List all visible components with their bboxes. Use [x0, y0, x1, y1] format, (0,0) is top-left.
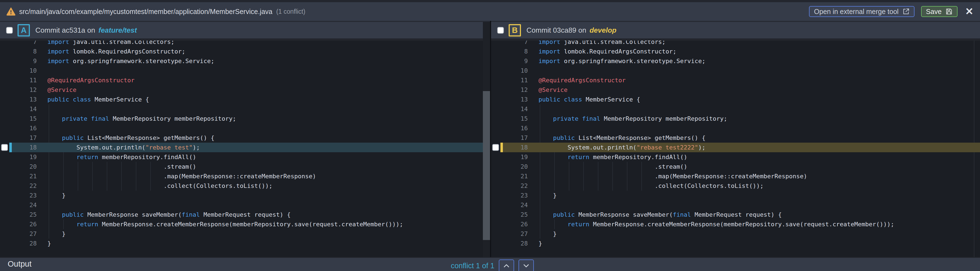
- diff-editors: 7import java.util.stream.Collectors;8imp…: [0, 41, 980, 257]
- code-text: .map(MemberResponse::createMemberRespons…: [528, 171, 807, 181]
- code-text: import lombok.RequiredArgsConstructor;: [37, 47, 185, 56]
- code-line: 16: [491, 123, 980, 133]
- open-external-merge-tool-label: Open in external merge tool: [814, 8, 899, 16]
- line-number: 19: [9, 152, 37, 162]
- pane-a-editor[interactable]: 7import java.util.stream.Collectors;8imp…: [0, 41, 483, 257]
- code-text: public MemberResponse saveMember(final M…: [37, 210, 291, 220]
- line-number: 27: [500, 229, 528, 239]
- line-number: 23: [9, 191, 37, 200]
- code-line: 18 System.out.println("rebase test");: [0, 143, 483, 152]
- line-checkbox-gutter: [491, 171, 500, 181]
- line-checkbox-gutter: [0, 85, 9, 95]
- line-checkbox-gutter: [491, 239, 500, 248]
- line-number: 15: [9, 114, 37, 123]
- pane-a-badge: A: [18, 24, 30, 37]
- pane-b-editor[interactable]: 7import java.util.stream.Collectors;8imp…: [491, 41, 980, 257]
- line-checkbox-gutter: [491, 56, 500, 66]
- line-checkbox-gutter: [0, 41, 9, 47]
- line-number: 11: [500, 75, 528, 85]
- code-line: 22 .collect(Collectors.toList());: [0, 181, 483, 191]
- line-checkbox-gutter: [0, 114, 9, 123]
- line-checkbox-gutter: [491, 133, 500, 143]
- pane-headers: A Commit ac531a on feature/test B Commit…: [0, 21, 980, 41]
- code-text: .stream(): [37, 162, 196, 171]
- line-number: 21: [9, 171, 37, 181]
- line-checkbox-gutter: [0, 75, 9, 85]
- line-checkbox-gutter: [0, 123, 9, 133]
- open-external-merge-tool-button[interactable]: Open in external merge tool: [809, 6, 915, 17]
- code-line: 16: [0, 123, 483, 133]
- code-text: }: [37, 239, 51, 248]
- indent-guide: [49, 104, 49, 114]
- code-text: .collect(Collectors.toList());: [37, 181, 272, 191]
- code-line: 20 .stream(): [491, 162, 980, 171]
- code-line: 10: [0, 66, 483, 75]
- line-checkbox-gutter: [0, 66, 9, 75]
- code-text: }: [37, 229, 65, 239]
- line-number: 7: [500, 41, 528, 47]
- line-number: 16: [9, 123, 37, 133]
- next-conflict-button[interactable]: [519, 260, 534, 271]
- code-text: public MemberResponse saveMember(final M…: [528, 210, 781, 220]
- line-number: 25: [9, 210, 37, 220]
- line-checkbox-gutter: [491, 191, 500, 200]
- line-number: 26: [9, 220, 37, 229]
- code-line: 27 }: [0, 229, 483, 239]
- line-checkbox-gutter: [0, 104, 9, 114]
- pane-a-select-checkbox[interactable]: [6, 27, 13, 34]
- line-number: 27: [9, 229, 37, 239]
- pane-a-scrollbar-thumb[interactable]: [483, 91, 490, 240]
- code-text: import java.util.stream.Collectors;: [528, 41, 666, 47]
- line-number: 21: [500, 171, 528, 181]
- code-text: return memberRepository.findAll(): [37, 152, 196, 162]
- line-number: 8: [500, 47, 528, 56]
- line-number: 15: [500, 114, 528, 123]
- line-number: 22: [9, 181, 37, 191]
- pane-a-commit-label: Commit ac531a on: [35, 26, 95, 35]
- code-line: 17 public List<MemberResponse> getMember…: [0, 133, 483, 143]
- prev-conflict-button[interactable]: [499, 260, 514, 271]
- code-text: return MemberResponse.createMemberRespon…: [528, 220, 894, 229]
- pane-b-select-checkbox[interactable]: [497, 27, 504, 34]
- code-line: 21 .map(MemberResponse::createMemberResp…: [491, 171, 980, 181]
- code-text: }: [37, 191, 65, 200]
- indent-guide: [49, 200, 49, 210]
- line-checkbox-gutter: [491, 66, 500, 75]
- window-top-strip: [0, 0, 980, 2]
- conflict-line-checkbox[interactable]: [492, 144, 499, 151]
- code-text: import java.util.stream.Collectors;: [37, 41, 175, 47]
- line-checkbox-gutter: [0, 47, 9, 56]
- close-icon[interactable]: ✕: [965, 6, 974, 16]
- chevron-up-icon: [503, 264, 510, 268]
- line-checkbox-gutter: [491, 152, 500, 162]
- line-number: 9: [9, 56, 37, 66]
- save-button[interactable]: Save: [921, 6, 958, 17]
- code-line: 27 }: [491, 229, 980, 239]
- code-line: 19 return memberRepository.findAll(): [491, 152, 980, 162]
- code-text: @Service: [528, 85, 568, 95]
- code-text: @RequiredArgsConstructor: [37, 75, 135, 85]
- pane-b-commit-label: Commit 03ca89 on: [527, 26, 586, 35]
- line-checkbox-gutter: [0, 95, 9, 104]
- line-number: 13: [9, 95, 37, 104]
- conflict-line-checkbox[interactable]: [1, 144, 8, 151]
- conflict-navigator: conflict 1 of 1: [451, 260, 534, 271]
- line-number: 10: [500, 66, 528, 75]
- code-line: 14: [0, 104, 483, 114]
- code-line: 7import java.util.stream.Collectors;: [491, 41, 980, 47]
- code-line: 14: [491, 104, 980, 114]
- pane-a-scrollbar-track[interactable]: [483, 41, 490, 257]
- line-number: 13: [500, 95, 528, 104]
- line-number: 10: [9, 66, 37, 75]
- line-number: 28: [9, 239, 37, 248]
- code-text: }: [528, 229, 557, 239]
- line-number: 19: [500, 152, 528, 162]
- code-line: 11@RequiredArgsConstructor: [0, 75, 483, 85]
- code-line: 13public class MemberService {: [0, 95, 483, 104]
- save-label: Save: [926, 8, 942, 16]
- line-checkbox-gutter: [491, 41, 500, 47]
- code-line: 24: [491, 200, 980, 210]
- line-number: 28: [500, 239, 528, 248]
- line-checkbox-gutter: [0, 152, 9, 162]
- code-line: 26 return MemberResponse.createMemberRes…: [0, 220, 483, 229]
